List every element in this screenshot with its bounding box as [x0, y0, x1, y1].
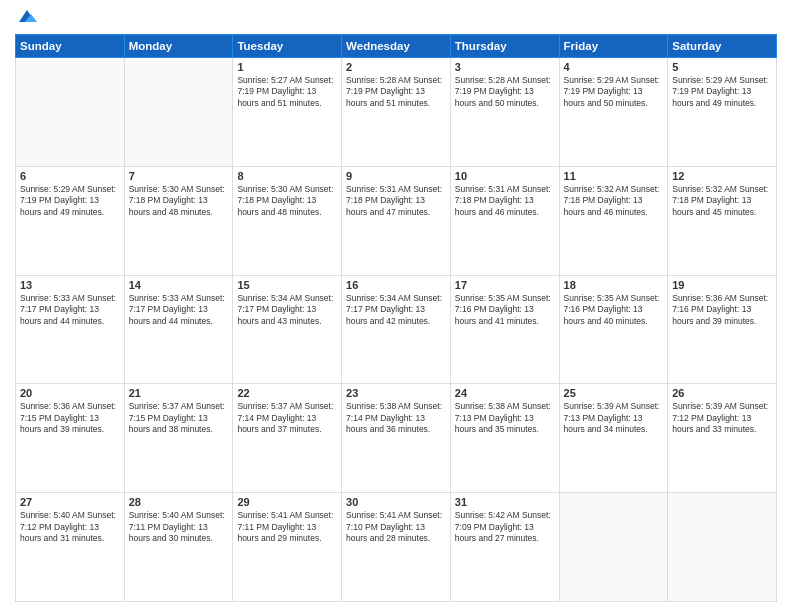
calendar-cell: 22Sunrise: 5:37 AM Sunset: 7:14 PM Dayli…	[233, 384, 342, 493]
day-number: 12	[672, 170, 772, 182]
header	[15, 10, 777, 26]
day-info: Sunrise: 5:36 AM Sunset: 7:15 PM Dayligh…	[20, 401, 120, 435]
calendar-cell: 14Sunrise: 5:33 AM Sunset: 7:17 PM Dayli…	[124, 275, 233, 384]
day-number: 27	[20, 496, 120, 508]
day-info: Sunrise: 5:40 AM Sunset: 7:12 PM Dayligh…	[20, 510, 120, 544]
calendar-cell: 19Sunrise: 5:36 AM Sunset: 7:16 PM Dayli…	[668, 275, 777, 384]
calendar-cell: 4Sunrise: 5:29 AM Sunset: 7:19 PM Daylig…	[559, 58, 668, 167]
calendar-cell: 15Sunrise: 5:34 AM Sunset: 7:17 PM Dayli…	[233, 275, 342, 384]
calendar-body: 1Sunrise: 5:27 AM Sunset: 7:19 PM Daylig…	[16, 58, 777, 602]
calendar-cell: 13Sunrise: 5:33 AM Sunset: 7:17 PM Dayli…	[16, 275, 125, 384]
week-row-4: 20Sunrise: 5:36 AM Sunset: 7:15 PM Dayli…	[16, 384, 777, 493]
page: SundayMondayTuesdayWednesdayThursdayFrid…	[0, 0, 792, 612]
day-number: 5	[672, 61, 772, 73]
day-number: 8	[237, 170, 337, 182]
day-info: Sunrise: 5:37 AM Sunset: 7:14 PM Dayligh…	[237, 401, 337, 435]
calendar-cell: 25Sunrise: 5:39 AM Sunset: 7:13 PM Dayli…	[559, 384, 668, 493]
week-row-2: 6Sunrise: 5:29 AM Sunset: 7:19 PM Daylig…	[16, 166, 777, 275]
day-of-week-row: SundayMondayTuesdayWednesdayThursdayFrid…	[16, 35, 777, 58]
day-info: Sunrise: 5:31 AM Sunset: 7:18 PM Dayligh…	[455, 184, 555, 218]
day-number: 1	[237, 61, 337, 73]
calendar-cell: 6Sunrise: 5:29 AM Sunset: 7:19 PM Daylig…	[16, 166, 125, 275]
day-info: Sunrise: 5:35 AM Sunset: 7:16 PM Dayligh…	[564, 293, 664, 327]
calendar-cell: 8Sunrise: 5:30 AM Sunset: 7:18 PM Daylig…	[233, 166, 342, 275]
day-info: Sunrise: 5:41 AM Sunset: 7:10 PM Dayligh…	[346, 510, 446, 544]
day-number: 15	[237, 279, 337, 291]
calendar-cell: 20Sunrise: 5:36 AM Sunset: 7:15 PM Dayli…	[16, 384, 125, 493]
day-number: 9	[346, 170, 446, 182]
day-info: Sunrise: 5:39 AM Sunset: 7:13 PM Dayligh…	[564, 401, 664, 435]
dow-header-wednesday: Wednesday	[342, 35, 451, 58]
calendar-cell: 3Sunrise: 5:28 AM Sunset: 7:19 PM Daylig…	[450, 58, 559, 167]
day-number: 23	[346, 387, 446, 399]
day-number: 6	[20, 170, 120, 182]
dow-header-sunday: Sunday	[16, 35, 125, 58]
day-info: Sunrise: 5:30 AM Sunset: 7:18 PM Dayligh…	[237, 184, 337, 218]
calendar-cell: 2Sunrise: 5:28 AM Sunset: 7:19 PM Daylig…	[342, 58, 451, 167]
dow-header-tuesday: Tuesday	[233, 35, 342, 58]
calendar-cell: 12Sunrise: 5:32 AM Sunset: 7:18 PM Dayli…	[668, 166, 777, 275]
calendar-cell: 10Sunrise: 5:31 AM Sunset: 7:18 PM Dayli…	[450, 166, 559, 275]
day-info: Sunrise: 5:28 AM Sunset: 7:19 PM Dayligh…	[455, 75, 555, 109]
day-info: Sunrise: 5:35 AM Sunset: 7:16 PM Dayligh…	[455, 293, 555, 327]
week-row-1: 1Sunrise: 5:27 AM Sunset: 7:19 PM Daylig…	[16, 58, 777, 167]
calendar-cell: 7Sunrise: 5:30 AM Sunset: 7:18 PM Daylig…	[124, 166, 233, 275]
day-number: 29	[237, 496, 337, 508]
calendar-cell: 26Sunrise: 5:39 AM Sunset: 7:12 PM Dayli…	[668, 384, 777, 493]
day-info: Sunrise: 5:31 AM Sunset: 7:18 PM Dayligh…	[346, 184, 446, 218]
day-info: Sunrise: 5:33 AM Sunset: 7:17 PM Dayligh…	[20, 293, 120, 327]
calendar-cell: 17Sunrise: 5:35 AM Sunset: 7:16 PM Dayli…	[450, 275, 559, 384]
day-number: 30	[346, 496, 446, 508]
dow-header-friday: Friday	[559, 35, 668, 58]
day-number: 31	[455, 496, 555, 508]
day-number: 7	[129, 170, 229, 182]
day-info: Sunrise: 5:38 AM Sunset: 7:14 PM Dayligh…	[346, 401, 446, 435]
day-info: Sunrise: 5:32 AM Sunset: 7:18 PM Dayligh…	[564, 184, 664, 218]
week-row-3: 13Sunrise: 5:33 AM Sunset: 7:17 PM Dayli…	[16, 275, 777, 384]
day-info: Sunrise: 5:27 AM Sunset: 7:19 PM Dayligh…	[237, 75, 337, 109]
day-number: 19	[672, 279, 772, 291]
day-info: Sunrise: 5:39 AM Sunset: 7:12 PM Dayligh…	[672, 401, 772, 435]
day-number: 24	[455, 387, 555, 399]
day-info: Sunrise: 5:29 AM Sunset: 7:19 PM Dayligh…	[672, 75, 772, 109]
calendar-cell: 28Sunrise: 5:40 AM Sunset: 7:11 PM Dayli…	[124, 493, 233, 602]
day-info: Sunrise: 5:40 AM Sunset: 7:11 PM Dayligh…	[129, 510, 229, 544]
day-info: Sunrise: 5:38 AM Sunset: 7:13 PM Dayligh…	[455, 401, 555, 435]
calendar-table: SundayMondayTuesdayWednesdayThursdayFrid…	[15, 34, 777, 602]
day-number: 18	[564, 279, 664, 291]
calendar-cell: 24Sunrise: 5:38 AM Sunset: 7:13 PM Dayli…	[450, 384, 559, 493]
calendar-cell: 9Sunrise: 5:31 AM Sunset: 7:18 PM Daylig…	[342, 166, 451, 275]
day-number: 26	[672, 387, 772, 399]
logo	[15, 10, 37, 26]
calendar-cell: 16Sunrise: 5:34 AM Sunset: 7:17 PM Dayli…	[342, 275, 451, 384]
day-number: 16	[346, 279, 446, 291]
calendar-cell	[124, 58, 233, 167]
day-info: Sunrise: 5:34 AM Sunset: 7:17 PM Dayligh…	[346, 293, 446, 327]
day-info: Sunrise: 5:37 AM Sunset: 7:15 PM Dayligh…	[129, 401, 229, 435]
dow-header-thursday: Thursday	[450, 35, 559, 58]
day-info: Sunrise: 5:34 AM Sunset: 7:17 PM Dayligh…	[237, 293, 337, 327]
week-row-5: 27Sunrise: 5:40 AM Sunset: 7:12 PM Dayli…	[16, 493, 777, 602]
day-info: Sunrise: 5:36 AM Sunset: 7:16 PM Dayligh…	[672, 293, 772, 327]
calendar-cell: 18Sunrise: 5:35 AM Sunset: 7:16 PM Dayli…	[559, 275, 668, 384]
day-number: 3	[455, 61, 555, 73]
calendar-cell: 30Sunrise: 5:41 AM Sunset: 7:10 PM Dayli…	[342, 493, 451, 602]
calendar-cell: 29Sunrise: 5:41 AM Sunset: 7:11 PM Dayli…	[233, 493, 342, 602]
calendar-cell	[16, 58, 125, 167]
day-info: Sunrise: 5:33 AM Sunset: 7:17 PM Dayligh…	[129, 293, 229, 327]
day-number: 21	[129, 387, 229, 399]
day-number: 13	[20, 279, 120, 291]
day-info: Sunrise: 5:28 AM Sunset: 7:19 PM Dayligh…	[346, 75, 446, 109]
calendar-cell: 31Sunrise: 5:42 AM Sunset: 7:09 PM Dayli…	[450, 493, 559, 602]
day-number: 10	[455, 170, 555, 182]
day-number: 14	[129, 279, 229, 291]
day-number: 17	[455, 279, 555, 291]
day-info: Sunrise: 5:42 AM Sunset: 7:09 PM Dayligh…	[455, 510, 555, 544]
dow-header-saturday: Saturday	[668, 35, 777, 58]
calendar-cell	[559, 493, 668, 602]
day-number: 11	[564, 170, 664, 182]
calendar-cell: 11Sunrise: 5:32 AM Sunset: 7:18 PM Dayli…	[559, 166, 668, 275]
day-info: Sunrise: 5:41 AM Sunset: 7:11 PM Dayligh…	[237, 510, 337, 544]
day-number: 25	[564, 387, 664, 399]
calendar-cell: 5Sunrise: 5:29 AM Sunset: 7:19 PM Daylig…	[668, 58, 777, 167]
